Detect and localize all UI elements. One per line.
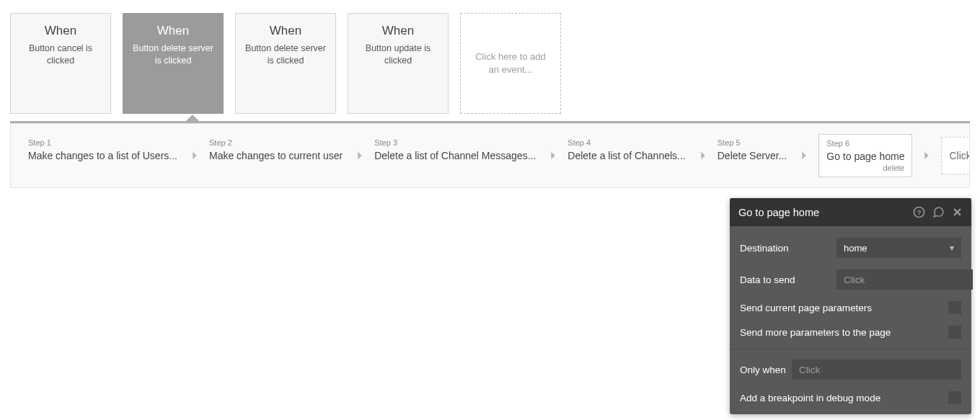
destination-label: Destination	[740, 243, 831, 254]
step-number: Step 6	[826, 139, 904, 148]
event-title: When	[354, 24, 442, 38]
add-action-placeholder: Click here to add an action...	[949, 150, 970, 161]
arrow-right-icon	[185, 137, 205, 174]
event-desc: Button delete server is clicked	[129, 43, 217, 67]
event-desc: Button cancel is clicked	[17, 43, 105, 67]
arrow-right-icon	[543, 137, 563, 174]
data-to-send-label: Data to send	[740, 274, 831, 285]
only-when-row: Only when	[730, 354, 971, 385]
event-title: When	[129, 24, 217, 38]
step-1[interactable]: Step 1 Make changes to a list of Users..…	[28, 137, 180, 174]
only-when-label: Only when	[740, 365, 786, 375]
arrow-right-icon	[693, 137, 713, 174]
arrow-right-icon	[917, 137, 937, 174]
add-event-placeholder: Click here to add an event...	[471, 50, 550, 76]
selected-event-pointer	[186, 115, 199, 121]
step-label: Delete Server...	[718, 150, 787, 161]
data-to-send-row: Data to send	[730, 264, 971, 295]
chevron-down-icon: ▾	[950, 243, 954, 253]
send-current-row: Send current page parameters	[730, 295, 971, 320]
event-card-cancel[interactable]: When Button cancel is clicked	[10, 13, 111, 114]
steps-strip: Step 1 Make changes to a list of Users..…	[10, 123, 970, 188]
breakpoint-label: Add a breakpoint in debug mode	[740, 393, 880, 403]
event-title: When	[17, 24, 105, 38]
event-desc: Button delete server is clicked	[242, 43, 330, 67]
send-more-label: Send more parameters to the page	[740, 327, 891, 338]
step-label: Delete a list of Channels...	[568, 150, 685, 161]
step-number: Step 2	[209, 138, 343, 147]
arrow-right-icon	[350, 137, 370, 174]
step-number: Step 3	[374, 138, 536, 147]
event-title: When	[242, 24, 330, 38]
step-5[interactable]: Step 5 Delete Server...	[718, 137, 790, 174]
add-event-card[interactable]: Click here to add an event...	[460, 13, 561, 114]
step-number: Step 5	[718, 138, 787, 147]
send-more-row: Send more parameters to the page	[730, 320, 971, 344]
step-label: Make changes to current user	[209, 150, 343, 161]
event-card-update[interactable]: When Button update is clicked	[348, 13, 449, 114]
step-number: Step 4	[568, 138, 685, 147]
destination-value: home	[844, 243, 868, 254]
step-label: Make changes to a list of Users...	[28, 150, 177, 161]
event-card-delete-server-selected[interactable]: When Button delete server is clicked	[123, 13, 224, 114]
svg-text:?: ?	[917, 208, 921, 216]
send-current-label: Send current page parameters	[740, 303, 872, 313]
step-2[interactable]: Step 2 Make changes to current user	[209, 137, 345, 174]
add-action-step[interactable]: Click here to add an action...	[941, 137, 970, 174]
only-when-input[interactable]	[792, 359, 961, 380]
destination-select[interactable]: home ▾	[836, 238, 961, 258]
step-3[interactable]: Step 3 Delete a list of Channel Messages…	[374, 137, 539, 174]
panel-body: Destination home ▾ Data to send Send cur…	[730, 226, 971, 414]
comment-icon[interactable]	[932, 206, 945, 218]
pointer-bar	[10, 121, 970, 123]
step-sublabel: delete	[826, 164, 904, 172]
send-more-checkbox[interactable]	[948, 326, 961, 339]
step-4[interactable]: Step 4 Delete a list of Channels...	[568, 137, 688, 174]
help-icon[interactable]: ?	[913, 206, 925, 218]
panel-divider	[730, 349, 971, 349]
destination-row: Destination home ▾	[730, 232, 971, 264]
event-desc: Button update is clicked	[354, 43, 442, 67]
step-6-selected[interactable]: Step 6 Go to page home delete	[818, 134, 912, 177]
step-label: Go to page home	[826, 151, 904, 162]
step-label: Delete a list of Channel Messages...	[374, 150, 536, 161]
event-card-delete-server[interactable]: When Button delete server is clicked	[235, 13, 336, 114]
events-row: When Button cancel is clicked When Butto…	[0, 0, 980, 114]
close-icon[interactable]	[952, 206, 963, 218]
panel-header[interactable]: Go to page home ?	[730, 198, 971, 226]
send-current-checkbox[interactable]	[948, 301, 961, 314]
property-panel: Go to page home ? Destination home ▾ Dat…	[730, 198, 971, 414]
arrow-right-icon	[794, 137, 814, 174]
breakpoint-checkbox[interactable]	[948, 391, 961, 404]
step-number: Step 1	[28, 138, 177, 147]
data-to-send-input[interactable]	[836, 269, 973, 290]
panel-title: Go to page home	[738, 207, 913, 218]
breakpoint-row: Add a breakpoint in debug mode	[730, 385, 971, 414]
